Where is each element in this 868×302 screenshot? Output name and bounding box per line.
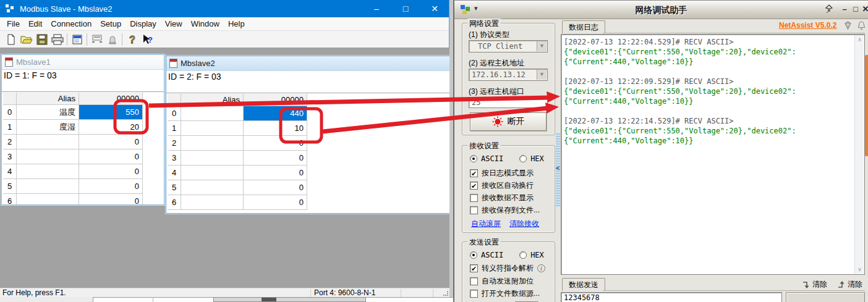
alias-cell[interactable] — [181, 151, 244, 166]
recv-option-word-wrap[interactable]: ✔ 接收区自动换行 — [470, 180, 534, 191]
row-index-cell[interactable]: 5 — [168, 180, 181, 195]
table-row[interactable]: 20 — [168, 136, 307, 151]
value-cell[interactable]: 0 — [79, 135, 143, 149]
alias-cell[interactable] — [181, 180, 244, 195]
collapse-left-icon[interactable]: < — [556, 164, 560, 172]
table-row[interactable]: 20 — [3, 135, 143, 149]
combo-arrow-icon[interactable]: ▼ — [537, 70, 547, 80]
data-log-tab[interactable]: 数据日志 — [562, 20, 605, 33]
mbslave2-window[interactable]: Mbslave2 ID = 2: F = 03 Alias 00000 0440… — [166, 56, 449, 214]
row-index-cell[interactable]: 4 — [3, 164, 17, 179]
row-index-cell[interactable]: 0 — [168, 106, 181, 121]
menu-connection[interactable]: Connection — [46, 17, 96, 31]
display-definition-icon[interactable] — [69, 32, 85, 47]
scroll-down-icon[interactable]: ∨ — [855, 265, 864, 274]
value-cell[interactable]: 0 — [79, 164, 143, 179]
new-file-icon[interactable] — [3, 32, 19, 47]
value-cell[interactable]: 20 — [79, 120, 143, 135]
value-cell[interactable]: 0 — [244, 136, 307, 151]
send-option-escape-parse[interactable]: ✔ 转义符指令解析 i — [470, 263, 545, 274]
diamond-icon[interactable] — [843, 20, 853, 33]
recv-option-hide-data[interactable]: 接收数据不显示 — [470, 193, 534, 203]
send-data-input[interactable] — [561, 292, 782, 302]
value-cell[interactable]: 0 — [244, 166, 307, 180]
checkbox[interactable]: ✔ — [470, 169, 478, 177]
row-index-cell[interactable]: 1 — [3, 120, 17, 135]
close-button[interactable]: ✕ — [420, 0, 449, 17]
value-cell[interactable]: 440 — [244, 106, 307, 121]
value-cell[interactable]: 0 — [244, 180, 307, 195]
alias-cell[interactable]: 温度 — [17, 105, 79, 120]
alias-cell[interactable] — [181, 166, 244, 180]
checkbox[interactable] — [470, 277, 478, 285]
table-row[interactable]: 110 — [168, 121, 307, 136]
table-row[interactable]: 30 — [168, 151, 307, 166]
checkbox[interactable] — [470, 290, 478, 298]
row-index-cell[interactable]: 0 — [3, 105, 17, 120]
close-button[interactable]: ✕ — [860, 3, 868, 15]
bell-icon[interactable] — [856, 20, 867, 33]
menu-file[interactable]: File — [2, 17, 24, 31]
receive-log-area[interactable]: [2022-07-13 12:22:04.529]# RECV ASCII>{"… — [561, 34, 865, 275]
clear-receive-button[interactable]: 清除 — [837, 279, 862, 290]
alias-cell[interactable] — [17, 179, 79, 194]
alias-cell[interactable] — [17, 194, 79, 204]
alias-cell[interactable] — [181, 121, 244, 136]
table-row[interactable]: 40 — [3, 164, 143, 179]
open-file-icon[interactable] — [19, 32, 34, 47]
mbslave2-titlebar[interactable]: Mbslave2 — [166, 56, 449, 71]
remote-port-input[interactable] — [469, 97, 548, 108]
recv-option-save-to-file[interactable]: 接收保存到文件... — [470, 205, 540, 216]
alias-cell[interactable] — [181, 106, 244, 121]
value-cell[interactable]: 0 — [79, 179, 143, 194]
table-row[interactable]: 0440 — [168, 106, 307, 121]
app-menu-caret-icon[interactable]: ▾ — [474, 4, 478, 12]
alias-cell[interactable] — [17, 164, 79, 179]
row-index-cell[interactable]: 3 — [168, 151, 181, 166]
combo-arrow-icon[interactable]: ▼ — [537, 41, 547, 51]
table-row[interactable]: 50 — [168, 180, 307, 195]
alias-cell[interactable] — [181, 136, 244, 151]
ascii-radio[interactable] — [470, 155, 477, 162]
netassist-app-icon[interactable] — [461, 5, 470, 15]
row-index-cell[interactable]: 3 — [3, 149, 17, 164]
pin-icon[interactable] — [824, 4, 833, 15]
recv-option-log-mode[interactable]: ✔ 按日志模式显示 — [470, 168, 534, 178]
menu-edit[interactable]: Edit — [24, 17, 46, 31]
mbslave1-titlebar[interactable]: Mbslave1 — [2, 55, 164, 70]
context-help-icon[interactable]: ? — [140, 32, 155, 47]
checkbox[interactable]: ✔ — [470, 182, 478, 190]
table-row[interactable]: 50 — [3, 179, 143, 194]
version-link[interactable]: NetAssist V5.0.2 — [779, 21, 836, 30]
alias-cell[interactable] — [17, 149, 79, 164]
print-icon[interactable] — [49, 32, 65, 47]
ascii-radio[interactable] — [470, 251, 477, 259]
row-index-cell[interactable]: 2 — [168, 136, 181, 151]
resize-grip[interactable] — [443, 291, 448, 296]
alias-cell[interactable] — [181, 195, 244, 210]
row-index-cell[interactable]: 2 — [3, 135, 17, 149]
table-row[interactable]: 30 — [3, 149, 143, 164]
menu-help[interactable]: Help — [224, 17, 249, 31]
send-option-file-source[interactable]: 打开文件数据源... — [470, 288, 540, 299]
checkbox[interactable] — [470, 194, 478, 202]
table-row[interactable]: 60 — [3, 194, 143, 204]
hex-radio[interactable] — [519, 155, 527, 162]
table-row[interactable]: 60 — [168, 195, 307, 210]
minimize-button[interactable]: – — [362, 0, 391, 17]
info-icon[interactable]: i — [537, 264, 545, 272]
table-row[interactable]: 0温度550 — [3, 105, 143, 120]
alias-cell[interactable]: 度湿 — [17, 120, 79, 135]
mbslave1-window[interactable]: Mbslave1 ID = 1: F = 03 Alias 00000 0温度5… — [1, 54, 164, 205]
alias-cell[interactable] — [17, 135, 79, 149]
minimize-button[interactable]: – — [839, 3, 850, 15]
hex-radio[interactable] — [519, 251, 527, 259]
row-index-cell[interactable]: 1 — [168, 121, 181, 136]
panel-collapse-splitter[interactable]: < — [556, 132, 560, 208]
menu-display[interactable]: Display — [126, 17, 161, 31]
row-index-cell[interactable]: 5 — [3, 179, 17, 194]
row-index-cell[interactable]: 4 — [168, 166, 181, 180]
read-write-definition-icon[interactable] — [89, 32, 104, 47]
log-scrollbar[interactable]: ∧ ∨ — [854, 35, 864, 274]
row-index-cell[interactable]: 6 — [168, 195, 181, 210]
